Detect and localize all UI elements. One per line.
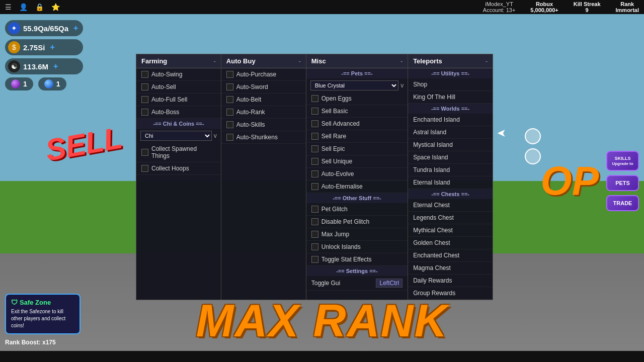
nav-circle-1[interactable]	[525, 128, 541, 144]
eternal-island-item[interactable]: Eternal Island	[408, 176, 493, 189]
teleports-dash[interactable]: -	[486, 58, 488, 65]
chi-select[interactable]: Chi Coins	[140, 131, 212, 141]
farming-header: Farming -	[136, 54, 221, 68]
trade-button[interactable]: TRADE	[606, 195, 639, 211]
collect-spawned-checkbox[interactable]	[141, 149, 148, 156]
auto-belt-checkbox[interactable]	[226, 96, 233, 103]
collect-hoops-item[interactable]: Collect Hoops	[136, 162, 221, 175]
bottom-bar	[0, 351, 644, 362]
open-eggs-item[interactable]: Open Eggs	[306, 93, 408, 105]
sell-epic-item[interactable]: Sell Epic	[306, 143, 408, 155]
unlock-islands-checkbox[interactable]	[311, 243, 318, 250]
disable-pet-glitch-item[interactable]: Disable Pet Glitch	[306, 216, 408, 228]
enchanted-island-item[interactable]: Enchanted Island	[408, 114, 493, 126]
toggle-gui-value[interactable]: LeftCtrl	[376, 279, 403, 288]
blue-crystal-select[interactable]: Blue Crystal	[310, 80, 398, 90]
pet-glitch-checkbox[interactable]	[311, 206, 318, 213]
astral-island-item[interactable]: Astral Island	[408, 126, 493, 139]
lock-icon[interactable]: 🔒	[35, 3, 44, 11]
user-icon[interactable]: 👤	[19, 3, 28, 11]
chi-plus[interactable]: +	[53, 62, 58, 71]
star-icon[interactable]: ⭐	[51, 3, 60, 11]
auto-skills-item[interactable]: Auto-Skills	[221, 119, 306, 131]
auto-buy-dash[interactable]: -	[299, 58, 301, 65]
max-jump-item[interactable]: Max Jump	[306, 228, 408, 241]
tundra-island-item[interactable]: Tundra Island	[408, 164, 493, 176]
sell-advanced-checkbox[interactable]	[311, 120, 318, 127]
collect-spawned-item[interactable]: Collect Spawned Things	[136, 143, 221, 162]
safe-zone-panel: 🛡 Safe Zone Exit the Safezone to kill ot…	[5, 294, 80, 334]
magma-chest-item[interactable]: Magma Chest	[408, 262, 493, 275]
magma-chest-label: Magma Chest	[413, 264, 451, 272]
king-hill-item[interactable]: King Of The Hill	[408, 91, 493, 104]
main-menu: Farming - Auto-Swing Auto-Sell Auto-Full…	[136, 54, 493, 300]
teleports-header: Teleports -	[408, 54, 493, 68]
skills-button[interactable]: SKILLSUpgrade to	[606, 151, 639, 171]
auto-full-sell-checkbox[interactable]	[141, 96, 148, 103]
auto-eternalise-checkbox[interactable]	[311, 183, 318, 190]
auto-rank-checkbox[interactable]	[226, 109, 233, 116]
auto-purchase-item[interactable]: Auto-Purchase	[221, 68, 306, 81]
auto-skills-checkbox[interactable]	[226, 121, 233, 128]
space-island-item[interactable]: Space Island	[408, 151, 493, 164]
robux-stat: Robux 5,000,000+	[530, 1, 558, 13]
auto-boss-item[interactable]: Auto-Boss	[136, 106, 221, 119]
farming-column: Farming - Auto-Swing Auto-Sell Auto-Full…	[136, 54, 221, 300]
sell-basic-item[interactable]: Sell Basic	[306, 105, 408, 118]
killstreak-stat: Kill Streak 9	[574, 1, 601, 13]
auto-shurikens-checkbox[interactable]	[226, 134, 233, 141]
auto-rank-item[interactable]: Auto-Rank	[221, 106, 306, 119]
mystical-island-item[interactable]: Mystical Island	[408, 139, 493, 151]
auto-evolve-item[interactable]: Auto-Evolve	[306, 168, 408, 180]
enchanted-chest-item[interactable]: Enchanted Chest	[408, 249, 493, 262]
misc-dash[interactable]: -	[400, 58, 403, 65]
pets-button[interactable]: PETS	[606, 175, 639, 191]
auto-swing-item[interactable]: Auto-Swing	[136, 68, 221, 81]
sell-basic-checkbox[interactable]	[311, 108, 318, 115]
daily-rewards-item[interactable]: Daily Rewards	[408, 275, 493, 287]
auto-sell-item[interactable]: Auto-Sell	[136, 81, 221, 94]
auto-sword-item[interactable]: Auto-Sword	[221, 81, 306, 94]
sell-epic-checkbox[interactable]	[311, 145, 318, 152]
unlock-islands-item[interactable]: Unlock Islands	[306, 241, 408, 253]
mythical-chest-item[interactable]: Mythical Chest	[408, 224, 493, 237]
sell-unique-checkbox[interactable]	[311, 158, 318, 165]
sell-rare-checkbox[interactable]	[311, 133, 318, 140]
auto-belt-item[interactable]: Auto-Belt	[221, 94, 306, 106]
sell-rare-item[interactable]: Sell Rare	[306, 130, 408, 143]
auto-sword-checkbox[interactable]	[226, 83, 233, 90]
farming-dash[interactable]: -	[214, 58, 216, 65]
open-eggs-checkbox[interactable]	[311, 95, 318, 102]
auto-full-sell-item[interactable]: Auto-Full Sell	[136, 94, 221, 106]
auto-swing-checkbox[interactable]	[141, 71, 148, 78]
nav-circle-2[interactable]	[525, 148, 541, 164]
auto-evolve-checkbox[interactable]	[311, 170, 318, 177]
collect-hoops-label: Collect Hoops	[151, 165, 189, 172]
eternal-island-label: Eternal Island	[413, 179, 450, 186]
eternal-chest-item[interactable]: Eternal Chest	[408, 199, 493, 212]
shop-item[interactable]: Shop	[408, 78, 493, 91]
max-jump-checkbox[interactable]	[311, 231, 318, 238]
coins-plus[interactable]: +	[50, 43, 54, 52]
collect-hoops-checkbox[interactable]	[141, 165, 148, 172]
legends-chest-item[interactable]: Legends Chest	[408, 212, 493, 224]
pet-glitch-item[interactable]: Pet Glitch	[306, 203, 408, 216]
menu-icon[interactable]: ☰	[5, 3, 12, 11]
golden-chest-item[interactable]: Golden Chest	[408, 237, 493, 249]
auto-sell-checkbox[interactable]	[141, 83, 148, 90]
sell-unique-item[interactable]: Sell Unique	[306, 155, 408, 168]
auto-full-sell-label: Auto-Full Sell	[151, 96, 187, 103]
max-jump-label: Max Jump	[321, 231, 349, 238]
open-eggs-label: Open Eggs	[321, 95, 352, 102]
toggle-stat-effects-checkbox[interactable]	[311, 256, 318, 263]
auto-shurikens-item[interactable]: Auto-Shurikens	[221, 131, 306, 144]
sell-advanced-item[interactable]: Sell Advanced	[306, 118, 408, 130]
energy-plus[interactable]: +	[73, 24, 78, 33]
auto-purchase-checkbox[interactable]	[226, 71, 233, 78]
toggle-stat-effects-item[interactable]: Toggle Stat Effects	[306, 253, 408, 266]
disable-pet-glitch-checkbox[interactable]	[311, 218, 318, 225]
auto-eternalise-item[interactable]: Auto-Eternalise	[306, 180, 408, 193]
auto-boss-checkbox[interactable]	[141, 109, 148, 116]
mythical-chest-label: Mythical Chest	[413, 227, 453, 234]
group-rewards-item[interactable]: Group Rewards	[408, 287, 493, 300]
